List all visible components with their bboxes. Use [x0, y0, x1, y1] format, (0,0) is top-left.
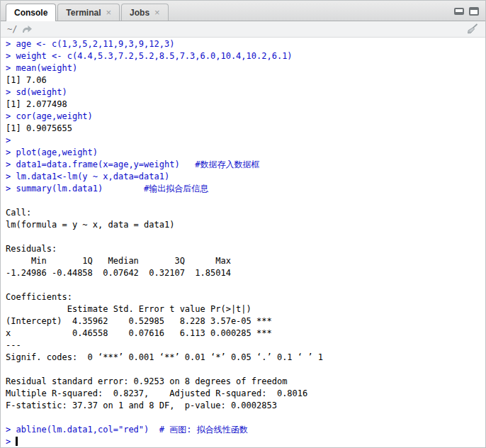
console-line — [6, 231, 485, 243]
command-text: summary(lm.data1) #输出拟合后信息 — [16, 184, 208, 194]
prompt: > — [6, 63, 16, 73]
command-text: plot(age,weight) — [16, 147, 98, 157]
tab-jobs[interactable]: Jobs × — [121, 4, 169, 21]
prompt: > — [6, 147, 16, 157]
console-line: > weight <- c(4.4,5.3,7.2,5.2,8.5,7.3,6.… — [6, 50, 485, 62]
console-line: Min 1Q Median 3Q Max — [6, 255, 485, 267]
output-text: lm(formula = y ~ x, data = data1) — [6, 220, 174, 230]
prompt: > — [6, 159, 16, 169]
console-line: > abline(lm.data1,col="red") # 画图: 拟合线性函… — [6, 424, 485, 436]
tab-console[interactable]: Console — [6, 4, 56, 21]
output-text: Residuals: — [6, 244, 57, 254]
prompt: > — [6, 51, 16, 61]
console-line: F-statistic: 37.37 on 1 and 8 DF, p-valu… — [6, 400, 485, 412]
tab-bar: Console Terminal × Jobs × — [1, 1, 485, 21]
output-text: (Intercept) 4.35962 0.52985 8.228 3.57e-… — [6, 316, 272, 326]
clear-console-button[interactable] — [465, 22, 479, 36]
prompt: > — [6, 437, 16, 447]
output-text: Call: — [6, 208, 31, 218]
console-line: > — [6, 135, 485, 147]
output-text: [1] 7.06 — [6, 75, 47, 85]
console-line: Estimate Std. Error t value Pr(>|t|) — [6, 303, 485, 315]
console-line: --- — [6, 340, 485, 352]
console-line: > age <- c(1,3,5,2,11,9,3,9,12,3) — [6, 38, 485, 50]
maximize-pane-icon[interactable] — [469, 7, 479, 16]
output-text: Residual standard error: 0.9253 on 8 deg… — [6, 376, 287, 386]
console-line: [1] 2.077498 — [6, 99, 485, 111]
output-text: Coefficients: — [6, 292, 72, 302]
console-line — [6, 279, 485, 291]
tab-close-icon[interactable]: × — [106, 9, 111, 16]
command-text: lm.data1<-lm(y ~ x,data=data1) — [16, 172, 169, 181]
prompt: > — [6, 39, 16, 49]
console-line: > summary(lm.data1) #输出拟合后信息 — [6, 183, 485, 195]
console-line: > data1=data.frame(x=age,y=weight) #数据存入… — [6, 159, 485, 171]
console-line: Coefficients: — [6, 291, 485, 303]
console-line: Signif. codes: 0 ‘***’ 0.001 ‘**’ 0.01 ‘… — [6, 352, 485, 364]
console-line: Residual standard error: 0.9253 on 8 deg… — [6, 376, 485, 388]
output-text: Estimate Std. Error t value Pr(>|t|) — [6, 304, 272, 314]
console-line — [6, 364, 485, 376]
console-output-area[interactable]: > age <- c(1,3,5,2,11,9,3,9,12,3)> weigh… — [1, 38, 485, 447]
prompt: > — [6, 184, 16, 194]
console-line: lm(formula = y ~ x, data = data1) — [6, 219, 485, 231]
console-line: > lm.data1<-lm(y ~ x,data=data1) — [6, 171, 485, 183]
output-text: x 0.46558 0.07616 6.113 0.000285 *** — [6, 328, 272, 338]
console-line: Residuals: — [6, 243, 485, 255]
output-text: --- — [6, 340, 21, 350]
goto-working-directory-button[interactable] — [20, 22, 34, 36]
command-text: weight <- c(4.4,5.3,7.2,5.2,8.5,7.3,6.0,… — [16, 51, 292, 61]
console-line: > cor(age,weight) — [6, 111, 485, 123]
console-line: (Intercept) 4.35962 0.52985 8.228 3.57e-… — [6, 315, 485, 327]
console-line: [1] 7.06 — [6, 74, 485, 86]
curved-arrow-icon — [22, 25, 33, 33]
tab-close-icon[interactable]: × — [154, 9, 160, 16]
output-text: -1.24986 -0.44858 0.07642 0.32107 1.8501… — [6, 268, 236, 278]
window-controls — [454, 7, 479, 16]
tab-console-label: Console — [14, 8, 47, 18]
console-toolbar: ~/ — [1, 21, 485, 38]
command-text: abline(lm.data1,col="red") # 画图: 拟合线性函数 — [16, 425, 247, 435]
prompt: > — [6, 135, 16, 145]
prompt: > — [6, 172, 16, 181]
minimize-pane-icon[interactable] — [454, 8, 464, 15]
command-text: mean(weight) — [16, 63, 77, 73]
output-text: Min 1Q Median 3Q Max — [6, 256, 236, 266]
tab-jobs-label: Jobs — [130, 8, 149, 18]
output-text: [1] 0.9075655 — [6, 123, 72, 133]
command-text: sd(weight) — [16, 87, 67, 97]
prompt: > — [6, 425, 16, 435]
console-pane: Console Terminal × Jobs × ~/ — [0, 0, 486, 448]
prompt: > — [6, 87, 16, 97]
output-text: Signif. codes: 0 ‘***’ 0.001 ‘**’ 0.01 ‘… — [6, 352, 323, 362]
console-line: -1.24986 -0.44858 0.07642 0.32107 1.8501… — [6, 267, 485, 279]
output-text: [1] 2.077498 — [6, 99, 67, 109]
console-line: > sd(weight) — [6, 86, 485, 99]
console-line — [6, 412, 485, 424]
command-text: data1=data.frame(x=age,y=weight) #数据存入数据… — [16, 159, 259, 169]
command-text: age <- c(1,3,5,2,11,9,3,9,12,3) — [16, 39, 174, 49]
working-directory-label: ~/ — [7, 24, 17, 34]
console-line — [6, 195, 485, 207]
text-cursor — [16, 437, 18, 446]
console-line: Multiple R-squared: 0.8237, Adjusted R-s… — [6, 388, 485, 400]
console-line: > plot(age,weight) — [6, 147, 485, 159]
console-line: [1] 0.9075655 — [6, 123, 485, 135]
command-text: cor(age,weight) — [16, 111, 92, 121]
tab-terminal-label: Terminal — [66, 8, 101, 18]
output-text: Multiple R-squared: 0.8237, Adjusted R-s… — [6, 388, 307, 398]
console-line: Call: — [6, 207, 485, 219]
tab-terminal[interactable]: Terminal × — [57, 4, 120, 21]
broom-icon — [466, 23, 478, 35]
console-line: > mean(weight) — [6, 62, 485, 74]
output-text: F-statistic: 37.37 on 1 and 8 DF, p-valu… — [6, 401, 277, 410]
console-line: > — [6, 436, 485, 447]
prompt: > — [6, 111, 16, 121]
console-line: x 0.46558 0.07616 6.113 0.000285 *** — [6, 327, 485, 340]
